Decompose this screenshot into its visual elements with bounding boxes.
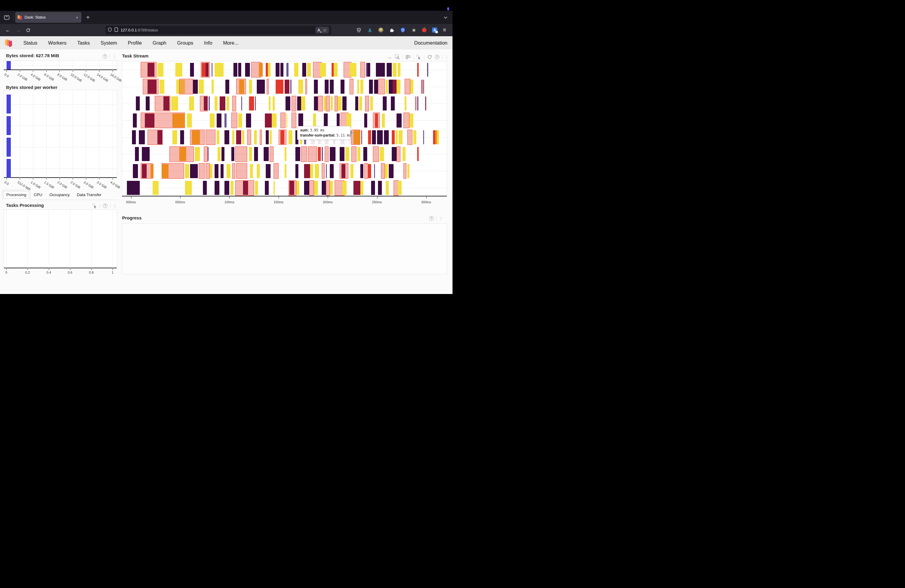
tab-occupancy[interactable]: Occupancy — [46, 190, 73, 200]
task-rect[interactable] — [361, 130, 362, 144]
task-rect[interactable] — [305, 79, 307, 94]
task-rect[interactable] — [332, 63, 334, 77]
task-rect[interactable] — [410, 79, 413, 94]
task-rect[interactable] — [190, 164, 198, 178]
task-rect[interactable] — [210, 164, 213, 178]
task-rect[interactable] — [427, 63, 428, 77]
progress-plot[interactable] — [122, 223, 447, 274]
task-rect[interactable] — [342, 96, 346, 110]
task-rect[interactable] — [298, 113, 303, 127]
nav-item-documentation[interactable]: Documentation — [414, 40, 448, 46]
extensions-puzzle-icon[interactable] — [389, 27, 394, 33]
task-rect[interactable] — [241, 96, 242, 110]
task-rect[interactable] — [371, 181, 375, 195]
task-rect[interactable] — [280, 63, 283, 77]
task-rect[interactable] — [136, 96, 140, 110]
task-rect[interactable] — [375, 113, 378, 127]
task-rect[interactable] — [192, 130, 200, 144]
reload-button[interactable] — [26, 28, 30, 33]
browser-tab[interactable]: Dask: Status × — [15, 12, 81, 23]
task-rect[interactable] — [218, 147, 221, 161]
task-rect[interactable] — [307, 63, 311, 77]
task-rect[interactable] — [357, 147, 360, 161]
task-rect[interactable] — [224, 181, 229, 195]
task-rect[interactable] — [403, 163, 406, 179]
task-rect[interactable] — [260, 130, 262, 145]
task-rect[interactable] — [433, 130, 435, 144]
task-rect[interactable] — [179, 147, 186, 161]
task-rect[interactable] — [245, 63, 250, 77]
nav-item-groups[interactable]: Groups — [177, 40, 193, 46]
task-rect[interactable] — [392, 130, 395, 144]
task-rect[interactable] — [255, 96, 256, 110]
task-rect[interactable] — [270, 146, 273, 162]
task-rect[interactable] — [220, 96, 225, 110]
task-rect[interactable] — [355, 96, 358, 110]
task-rect[interactable] — [421, 79, 423, 94]
task-rect[interactable] — [315, 164, 319, 178]
translate-page-icon[interactable]: A★ — [318, 28, 320, 32]
tomato-clock-icon[interactable] — [422, 28, 427, 32]
task-rect[interactable] — [159, 79, 164, 94]
task-rect[interactable] — [193, 79, 198, 94]
back-button[interactable]: ← — [5, 27, 11, 33]
task-rect[interactable] — [209, 96, 210, 110]
task-rect[interactable] — [224, 113, 227, 127]
task-rect[interactable] — [148, 63, 154, 77]
task-rect[interactable] — [187, 113, 192, 127]
dark-star-extension-icon[interactable] — [411, 27, 416, 33]
task-rect[interactable] — [172, 113, 185, 127]
task-rect[interactable] — [374, 164, 375, 178]
task-rect[interactable] — [369, 79, 373, 94]
downloads-icon[interactable] — [367, 27, 373, 33]
task-rect[interactable] — [295, 147, 300, 161]
task-rect[interactable] — [286, 63, 289, 77]
task-rect[interactable] — [243, 181, 248, 195]
task-rect[interactable] — [172, 130, 177, 144]
task-rect[interactable] — [202, 63, 206, 77]
task-rect[interactable] — [236, 163, 247, 179]
forward-button[interactable]: → — [16, 27, 21, 33]
task-rect[interactable] — [391, 96, 395, 110]
menu-hamburger-icon[interactable]: ≡ — [443, 27, 446, 33]
task-rect[interactable] — [133, 113, 137, 127]
task-rect[interactable] — [290, 79, 291, 94]
task-rect[interactable] — [301, 146, 307, 162]
task-rect[interactable] — [338, 96, 341, 110]
account-avatar-icon[interactable] — [378, 27, 383, 33]
task-rect[interactable] — [294, 63, 298, 77]
task-rect[interactable] — [276, 63, 279, 77]
tab-data-transfer[interactable]: Data Transfer — [73, 190, 105, 200]
task-rect[interactable] — [206, 163, 210, 179]
task-rect[interactable] — [417, 63, 419, 77]
task-rect[interactable] — [318, 96, 322, 111]
task-rect[interactable] — [326, 164, 327, 178]
task-rect[interactable] — [286, 113, 287, 127]
task-rect[interactable] — [171, 96, 178, 110]
task-rect[interactable] — [340, 147, 345, 161]
task-rect[interactable] — [384, 130, 389, 144]
task-rect[interactable] — [152, 181, 159, 195]
task-rect[interactable] — [236, 130, 241, 144]
close-tab-icon[interactable]: × — [75, 15, 79, 20]
task-rect[interactable] — [175, 63, 182, 77]
task-rect[interactable] — [180, 130, 184, 144]
task-rect[interactable] — [232, 163, 235, 179]
task-rect[interactable] — [372, 130, 376, 144]
task-rect[interactable] — [353, 130, 360, 144]
task-rect[interactable] — [351, 146, 356, 162]
task-rect[interactable] — [377, 130, 383, 144]
task-rect[interactable] — [368, 130, 371, 144]
task-rect[interactable] — [264, 147, 268, 161]
task-rect[interactable] — [393, 79, 397, 94]
task-rect[interactable] — [383, 96, 387, 110]
task-rect[interactable] — [346, 113, 351, 127]
task-rect[interactable] — [367, 63, 370, 77]
task-rect[interactable] — [269, 96, 271, 110]
task-stream-plot[interactable]: 000ms050ms100ms150ms200ms250ms300ms — [122, 61, 447, 197]
task-rect[interactable] — [370, 96, 373, 110]
task-rect[interactable] — [280, 113, 285, 128]
task-rect[interactable] — [133, 164, 138, 178]
task-rect[interactable] — [380, 147, 384, 161]
task-rect[interactable] — [360, 164, 363, 178]
